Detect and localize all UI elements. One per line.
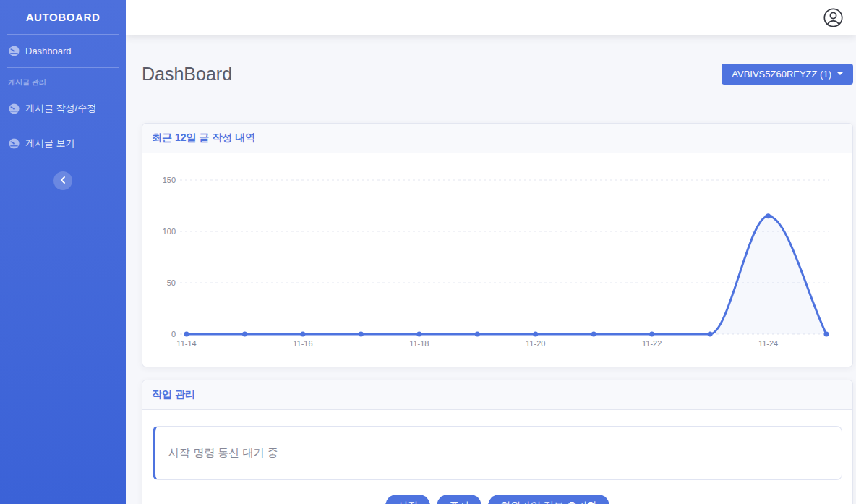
job-management-card: 작업 관리 시작 명령 통신 대기 중 시작 중지 회원가입 정보 초기화 [142, 380, 853, 504]
page-title: DashBoard [142, 64, 232, 85]
sidebar-item-label: Dashboard [25, 46, 72, 56]
stop-button[interactable]: 중지 [437, 495, 482, 504]
svg-text:50: 50 [167, 278, 176, 287]
job-status-box: 시작 명령 통신 대기 중 [153, 426, 842, 480]
svg-text:11-14: 11-14 [176, 339, 196, 348]
account-dropdown-label: AVBIVS5Z60REYZZ (1) [732, 69, 831, 80]
topbar-divider [810, 9, 810, 27]
sidebar-item-post-edit[interactable]: 게시글 작성/수정 [0, 91, 126, 126]
svg-text:11-24: 11-24 [758, 339, 778, 348]
sidebar-item-post-view[interactable]: 게시글 보기 [0, 126, 126, 161]
reset-signup-info-button[interactable]: 회원가입 정보 초기화 [488, 495, 609, 504]
svg-text:11-16: 11-16 [293, 339, 312, 348]
svg-text:11-18: 11-18 [409, 339, 429, 348]
tachometer-icon [9, 46, 20, 56]
user-circle-icon [823, 8, 843, 27]
topbar [126, 0, 856, 35]
job-button-row: 시작 중지 회원가입 정보 초기화 [153, 495, 842, 504]
sidebar-item-label: 게시글 작성/수정 [25, 102, 96, 115]
job-management-card-title: 작업 관리 [142, 380, 852, 410]
sidebar-divider [7, 161, 119, 161]
start-button[interactable]: 시작 [385, 495, 430, 504]
sidebar-item-label: 게시글 보기 [25, 137, 75, 150]
chevron-left-icon [60, 176, 66, 184]
sidebar-collapse-button[interactable] [54, 171, 72, 190]
recent-posts-card-title: 최근 12일 글 작성 내역 [142, 124, 852, 153]
posts-line-chart: 05010015011-1411-1611-1811-2011-2211-24 [154, 168, 844, 352]
sidebar-section-heading: 게시글 관리 [0, 68, 126, 91]
page-content: DashBoard AVBIVS5Z60REYZZ (1) 최근 12일 글 작… [126, 35, 856, 504]
sidebar: AUTOBOARD Dashboard 게시글 관리 게시글 작성/수정 [0, 0, 126, 504]
svg-text:11-22: 11-22 [642, 339, 662, 348]
job-card-body: 시작 명령 통신 대기 중 시작 중지 회원가입 정보 초기화 [142, 410, 852, 504]
sidebar-item-dashboard[interactable]: Dashboard [0, 35, 126, 67]
recent-posts-card: 최근 12일 글 작성 내역 05010015011-1411-1611-181… [142, 123, 853, 367]
caret-down-icon [837, 72, 843, 75]
brand-title: AUTOBOARD [0, 0, 126, 34]
chart-body: 05010015011-1411-1611-1811-2011-2211-24 [142, 153, 852, 367]
main-area: DashBoard AVBIVS5Z60REYZZ (1) 최근 12일 글 작… [126, 0, 856, 504]
tachometer-icon [9, 103, 20, 114]
svg-text:11-20: 11-20 [526, 339, 545, 348]
account-dropdown-button[interactable]: AVBIVS5Z60REYZZ (1) [722, 64, 853, 85]
user-menu-button[interactable] [823, 8, 843, 27]
app-window: AUTOBOARD Dashboard 게시글 관리 게시글 작성/수정 [0, 0, 856, 504]
svg-text:100: 100 [163, 227, 176, 236]
tachometer-icon [9, 138, 20, 149]
svg-text:150: 150 [163, 176, 176, 184]
svg-text:0: 0 [171, 330, 176, 338]
job-status-message: 시작 명령 통신 대기 중 [168, 446, 278, 460]
